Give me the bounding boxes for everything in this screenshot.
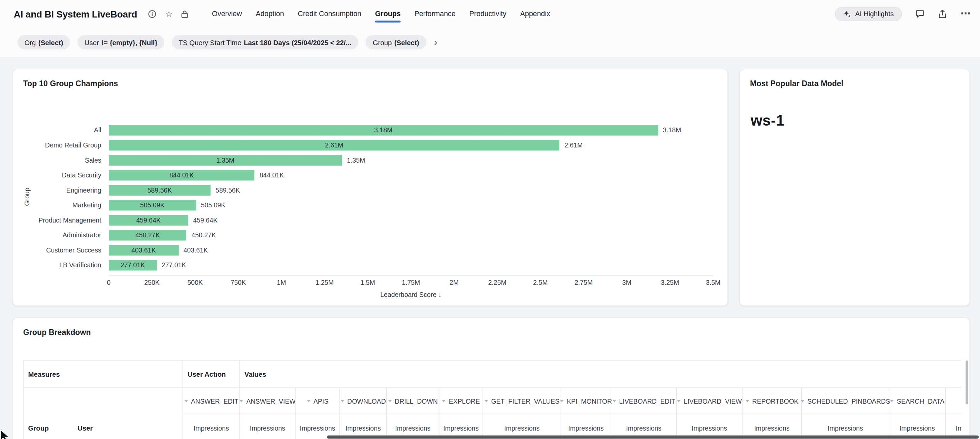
column-header-search-data[interactable]: SEARCH_DATA — [889, 388, 945, 414]
chart-bar-track: 589.56K589.56K — [109, 183, 713, 197]
filter-chip-ts-query-start-time[interactable]: TS Query Start TimeLast 180 Days (25/04/… — [172, 35, 358, 49]
more-options-icon[interactable]: ⋯ — [961, 9, 971, 19]
x-tick-label: 2M — [450, 279, 459, 286]
chart-bar-lb-verification[interactable]: 277.01K — [109, 259, 157, 270]
column-caret-icon[interactable] — [484, 399, 488, 402]
column-caret-icon[interactable] — [184, 399, 188, 402]
bar-value-label-outside: 589.56K — [216, 186, 240, 194]
chart-row: All3.18M3.18M — [23, 122, 713, 138]
comments-icon[interactable] — [916, 10, 924, 18]
tab-groups[interactable]: Groups — [375, 10, 401, 17]
filter-bar: Org(Select)User!= {empty}, {Null}TS Quer… — [0, 28, 980, 49]
filter-chip-org[interactable]: Org(Select) — [18, 35, 70, 49]
impressions-measure-cell[interactable]: Impressions — [183, 414, 239, 439]
chart-category-label: Demo Retail Group — [23, 141, 109, 148]
column-header-get-filter-values[interactable]: GET_FILTER_VALUES — [483, 388, 561, 414]
chart-x-ticks: 0250K500K750K1M1.25M1.5M1.75M2M2.25M2.5M… — [109, 275, 713, 287]
share-icon[interactable] — [938, 9, 947, 19]
tab-productivity[interactable]: Productivity — [469, 10, 506, 17]
column-caret-icon[interactable] — [800, 399, 804, 402]
column-caret-icon[interactable] — [388, 399, 392, 402]
column-caret-icon[interactable] — [560, 399, 564, 402]
column-header-explore[interactable]: EXPLORE — [439, 388, 483, 414]
tab-adoption[interactable]: Adoption — [256, 10, 284, 17]
x-tick-label: 1.25M — [315, 279, 334, 286]
column-header-apis[interactable]: APIS — [295, 388, 339, 414]
column-caret-icon[interactable] — [442, 399, 445, 402]
chart-bar-demo-retail-group[interactable]: 2.61M — [109, 140, 559, 151]
chart-category-label: Product Management — [23, 216, 109, 224]
measures-header: Measures — [24, 361, 183, 388]
chart-bar-track: 403.61K403.61K — [109, 242, 713, 258]
chart-row: Sales1.35M1.35M — [23, 153, 713, 168]
x-tick-label: 3.5M — [706, 279, 720, 286]
table-column-headers: ANSWER_EDITANSWER_VIEWAPISDOWNLOADDRILL_… — [183, 388, 961, 414]
chart-bar-track: 277.01K277.01K — [109, 258, 713, 273]
nav-tabs: OverviewAdoptionCredit ConsumptionGroups… — [212, 10, 550, 17]
column-header-liveboard-edit[interactable]: LIVEBOARD_EDIT — [611, 388, 676, 414]
column-caret-icon[interactable] — [612, 399, 616, 402]
mouse-cursor — [0, 431, 10, 439]
column-header-label: DRILL_DOWN — [395, 397, 438, 404]
chart-category-label: Engineering — [23, 186, 109, 194]
chart-bar-track: 459.64K459.64K — [109, 212, 713, 227]
column-header-answer-edit[interactable]: ANSWER_EDIT — [183, 388, 239, 414]
tab-performance[interactable]: Performance — [414, 10, 455, 17]
tab-credit-consumption[interactable]: Credit Consumption — [298, 10, 361, 17]
column-header-drill-down[interactable]: DRILL_DOWN — [386, 388, 439, 414]
bar-value-label-inside: 589.56K — [148, 186, 172, 194]
top-groups-card: Top 10 Group Champions Group All3.18M3.1… — [13, 69, 728, 306]
column-caret-icon[interactable] — [890, 399, 894, 402]
x-tick-label: 2.75M — [574, 279, 593, 286]
column-header-reportbook[interactable]: REPORTBOOK — [742, 388, 801, 414]
top-cards-row: Top 10 Group Champions Group All3.18M3.1… — [0, 57, 980, 306]
chart-bar-product-management[interactable]: 459.64K — [109, 215, 188, 225]
column-caret-icon[interactable] — [745, 399, 749, 402]
column-header-kpi-monitor[interactable]: KPI_MONITOR — [561, 388, 611, 414]
column-caret-icon[interactable] — [677, 399, 681, 402]
column-header-scheduled-pinboards[interactable]: SCHEDULED_PINBOARDS — [801, 388, 889, 414]
kpi-card-title: Most Popular Data Model — [740, 69, 969, 88]
tab-overview[interactable]: Overview — [212, 10, 242, 17]
liveboard-title: AI and BI System LiveBoard — [14, 8, 137, 19]
ai-highlights-button[interactable]: AI Highlights — [835, 6, 902, 21]
group-column-header[interactable]: Group — [24, 414, 73, 439]
filter-chip-name: Group — [373, 38, 392, 46]
horizontal-scrollbar-thumb[interactable] — [327, 436, 979, 439]
column-caret-icon[interactable] — [307, 399, 310, 402]
user-column-header[interactable]: User — [73, 414, 183, 439]
table-vertical-scrollbar[interactable] — [966, 361, 968, 404]
column-header-label: APIS — [313, 397, 328, 404]
filter-chip-user[interactable]: User!= {empty}, {Null} — [78, 35, 164, 49]
chart-bar-data-security[interactable]: 844.01K — [109, 170, 255, 180]
chart-category-label: LB Verification — [23, 261, 109, 269]
favorite-star-icon[interactable]: ☆ — [165, 10, 173, 18]
user-action-header: User Action — [183, 361, 239, 388]
column-header-answer-view[interactable]: ANSWER_VIEW — [239, 388, 295, 414]
x-tick-label: 1M — [277, 279, 286, 286]
column-caret-icon[interactable] — [340, 399, 344, 402]
table-column-header-row: ANSWER_EDITANSWER_VIEWAPISDOWNLOADDRILL_… — [24, 388, 961, 414]
lock-icon[interactable] — [181, 10, 188, 18]
chart-bar-marketing[interactable]: 505.09K — [109, 200, 196, 210]
chart-bar-engineering[interactable]: 589.56K — [109, 185, 210, 195]
column-header-spo[interactable]: SPO — [945, 388, 961, 414]
chart-bar-customer-success[interactable]: 403.61K — [109, 245, 178, 256]
chart-bar-sales[interactable]: 1.35M — [109, 154, 342, 165]
x-axis-title[interactable]: Leaderboard Score↓ — [109, 291, 713, 298]
chart-bar-track: 844.01K844.01K — [109, 167, 713, 183]
chart-bar-all[interactable]: 3.18M — [109, 124, 658, 135]
column-caret-icon[interactable] — [239, 399, 243, 402]
info-icon[interactable] — [148, 10, 157, 18]
bar-value-label-inside: 450.27K — [135, 231, 160, 239]
impressions-measure-cell[interactable]: Impressions — [239, 414, 295, 439]
chart-bar-administrator[interactable]: 450.27K — [109, 230, 186, 240]
filter-chip-name: Org — [24, 38, 36, 46]
column-header-liveboard-view[interactable]: LIVEBOARD_VIEW — [676, 388, 742, 414]
filters-next-chevron[interactable]: › — [434, 37, 437, 47]
chart-rows: All3.18M3.18MDemo Retail Group2.61M2.61M… — [23, 122, 713, 272]
column-header-download[interactable]: DOWNLOAD — [339, 388, 386, 414]
chart-category-label: Customer Success — [23, 246, 109, 253]
filter-chip-group[interactable]: Group(Select) — [366, 35, 426, 49]
tab-appendix[interactable]: Appendix — [520, 10, 550, 17]
